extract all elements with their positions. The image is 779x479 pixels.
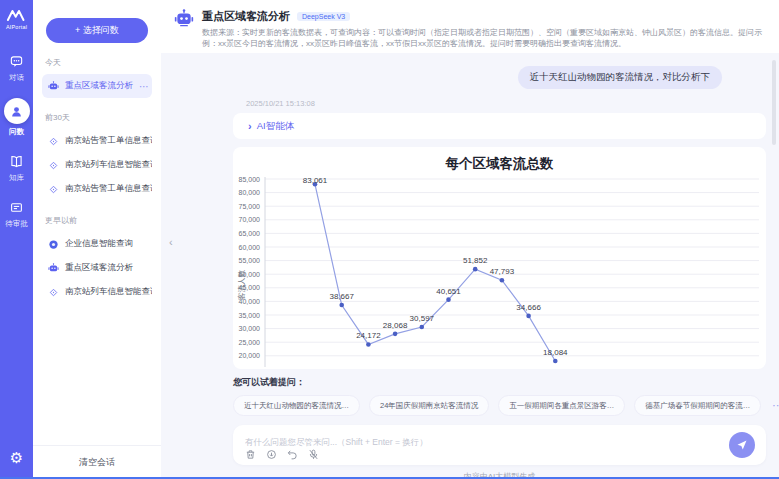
paper-plane-icon bbox=[736, 439, 748, 451]
svg-text:20,000: 20,000 bbox=[239, 352, 261, 359]
message-timestamp: 2025/10/21 15:13:08 bbox=[246, 99, 766, 108]
svg-text:25,000: 25,000 bbox=[239, 339, 261, 346]
app-window: AIPortal 对话问数知库待审批 ⚙ + 选择问数 今天重点区域客流分析⋯前… bbox=[0, 0, 779, 479]
section-label: 前30天 bbox=[45, 112, 149, 123]
chat-bubble-icon bbox=[8, 52, 26, 70]
svg-text:28,068: 28,068 bbox=[383, 321, 408, 330]
conversation-item[interactable]: 南京站列车信息智能查询 bbox=[42, 280, 152, 304]
collapse-panel-icon[interactable]: ‹ bbox=[169, 236, 173, 248]
agent-header: 重点区域客流分析 DeepSeek V3 数据来源：实时更新的客流数据表，可查询… bbox=[161, 0, 779, 53]
settings-gear-icon[interactable]: ⚙ bbox=[10, 449, 23, 467]
conversation-item[interactable]: 重点区域客流分析⋯ bbox=[42, 74, 152, 98]
agent-description: 数据来源：实时更新的客流数据表，可查询内容：可以查询时间（指定日期或者指定日期范… bbox=[202, 27, 763, 49]
agent-steps-expander[interactable]: › AI智能体 bbox=[233, 113, 766, 139]
send-button[interactable] bbox=[729, 432, 755, 458]
conversation-title: 重点区域客流分析 bbox=[65, 80, 133, 92]
rail-item-knowledge[interactable]: 知库 bbox=[8, 152, 26, 183]
conversation-item[interactable]: 南京站列车信息智能查询 bbox=[42, 153, 152, 177]
svg-text:30,597: 30,597 bbox=[410, 314, 435, 323]
logo-icon bbox=[6, 9, 28, 22]
conversation-item[interactable]: 南京站告警工单信息查询 bbox=[42, 177, 152, 201]
svg-text:40,651: 40,651 bbox=[436, 287, 461, 296]
svg-text:75,000: 75,000 bbox=[239, 203, 261, 210]
svg-text:60,000: 60,000 bbox=[239, 244, 261, 251]
svg-text:30,000: 30,000 bbox=[239, 325, 261, 332]
rail-item-label: 知库 bbox=[9, 173, 24, 183]
svg-text:34,666: 34,666 bbox=[516, 303, 541, 312]
svg-text:24,172: 24,172 bbox=[356, 331, 381, 340]
message-input[interactable] bbox=[245, 437, 601, 447]
rail-item-label: 对话 bbox=[9, 73, 24, 83]
conversation-item[interactable]: 企业信息智能查询 bbox=[42, 232, 152, 256]
suggestion-chip[interactable]: 五一假期期间各重点景区游客… bbox=[498, 395, 625, 416]
chat-area: 近十天红山动物园的客流情况，对比分析下 2025/10/21 15:13:08 … bbox=[161, 53, 779, 479]
arrow-down-circle-icon[interactable] bbox=[266, 449, 277, 460]
section-label: 更早以前 bbox=[45, 215, 149, 226]
org-icon bbox=[48, 239, 59, 250]
svg-text:65,000: 65,000 bbox=[239, 230, 261, 237]
conversation-panel: + 选择问数 今天重点区域客流分析⋯前30天南京站告警工单信息查询南京站列车信息… bbox=[33, 0, 161, 479]
model-badge: DeepSeek V3 bbox=[297, 12, 350, 21]
rail-item-label: 问数 bbox=[9, 127, 24, 137]
svg-text:70,000: 70,000 bbox=[239, 216, 261, 223]
svg-text:客流人数: 客流人数 bbox=[237, 270, 246, 301]
suggestion-chip[interactable]: 近十天红山动物园的客流情况… bbox=[233, 395, 360, 416]
trash-icon[interactable] bbox=[245, 449, 256, 460]
expander-label: AI智能体 bbox=[257, 120, 294, 133]
suggestion-chip[interactable]: 24年国庆假期南京站客流情况 bbox=[369, 395, 489, 416]
chart-card: 每个区域客流总数 85,00080,00075,00070,00065,0006… bbox=[233, 147, 766, 369]
svg-text:47,793: 47,793 bbox=[490, 267, 515, 276]
scrollbar-thumb[interactable] bbox=[772, 60, 776, 145]
conversation-item[interactable]: 南京站告警工单信息查询 bbox=[42, 129, 152, 153]
conversation-title: 南京站告警工单信息查询 bbox=[65, 183, 152, 195]
mic-off-icon[interactable] bbox=[308, 449, 319, 460]
user-message-bubble: 近十天红山动物园的客流情况，对比分析下 bbox=[518, 66, 723, 89]
svg-text:15,000: 15,000 bbox=[239, 366, 261, 367]
passenger-flow-line-chart: 85,00080,00075,00070,00065,00060,00055,0… bbox=[233, 175, 766, 367]
diamond-icon bbox=[48, 184, 59, 195]
app-logo: AIPortal bbox=[6, 9, 28, 30]
conversation-item[interactable]: 重点区域客流分析 bbox=[42, 256, 152, 280]
diamond-icon bbox=[48, 160, 59, 171]
rail-item-ask-data[interactable]: 问数 bbox=[4, 98, 30, 137]
chevron-right-icon: › bbox=[248, 120, 252, 132]
conversation-title: 南京站列车信息智能查询 bbox=[65, 159, 152, 171]
knowledge-icon bbox=[8, 152, 26, 170]
robot-icon bbox=[48, 263, 59, 274]
svg-text:85,000: 85,000 bbox=[239, 176, 261, 183]
composer bbox=[233, 425, 766, 465]
conversation-sections: 今天重点区域客流分析⋯前30天南京站告警工单信息查询南京站列车信息智能查询南京站… bbox=[33, 43, 161, 445]
ask-data-icon bbox=[4, 98, 30, 124]
more-suggestions-icon[interactable]: ⋯ bbox=[772, 399, 779, 412]
rail-item-approvals[interactable]: 待审批 bbox=[5, 198, 28, 229]
svg-text:51,852: 51,852 bbox=[463, 256, 488, 265]
icon-rail: AIPortal 对话问数知库待审批 ⚙ bbox=[0, 0, 33, 479]
rail-items: 对话问数知库待审批 bbox=[4, 52, 30, 244]
robot-icon bbox=[48, 81, 59, 92]
approval-icon bbox=[8, 198, 26, 216]
svg-text:55,000: 55,000 bbox=[239, 257, 261, 264]
undo-icon[interactable] bbox=[287, 449, 298, 460]
svg-text:35,000: 35,000 bbox=[239, 312, 261, 319]
svg-text:80,000: 80,000 bbox=[239, 189, 261, 196]
suggestions-label: 您可以试着提问： bbox=[233, 376, 766, 389]
diamond-icon bbox=[48, 136, 59, 147]
conversation-title: 南京站告警工单信息查询 bbox=[65, 135, 152, 147]
conversation-title: 重点区域客流分析 bbox=[65, 262, 133, 274]
robot-avatar-icon bbox=[174, 9, 194, 53]
suggestion-chip[interactable]: 德基广场春节假期期间的客流… bbox=[634, 395, 761, 416]
conversation-title: 南京站列车信息智能查询 bbox=[65, 286, 152, 298]
svg-text:83,061: 83,061 bbox=[303, 176, 328, 185]
logo-text: AIPortal bbox=[6, 24, 28, 30]
conversation-title: 企业信息智能查询 bbox=[65, 238, 133, 250]
more-icon[interactable]: ⋯ bbox=[139, 81, 150, 92]
select-dataset-button[interactable]: + 选择问数 bbox=[46, 18, 148, 43]
svg-text:38,667: 38,667 bbox=[329, 292, 354, 301]
agent-title: 重点区域客流分析 bbox=[202, 9, 290, 24]
clear-session-button[interactable]: 清空会话 bbox=[33, 445, 161, 479]
rail-item-label: 待审批 bbox=[5, 219, 28, 229]
section-label: 今天 bbox=[45, 57, 149, 68]
svg-text:18,084: 18,084 bbox=[543, 348, 568, 357]
rail-item-chat[interactable]: 对话 bbox=[8, 52, 26, 83]
chart-title: 每个区域客流总数 bbox=[308, 155, 692, 173]
